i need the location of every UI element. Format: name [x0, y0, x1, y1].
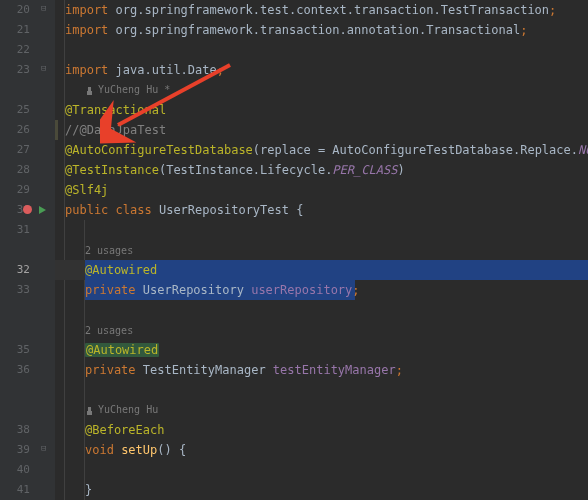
- code-line[interactable]: private TestEntityManager testEntityMana…: [55, 360, 588, 380]
- line-number[interactable]: 28: [0, 160, 30, 180]
- line-number[interactable]: 38: [0, 420, 30, 440]
- code-line[interactable]: }: [55, 480, 588, 500]
- line-number[interactable]: 29: [0, 180, 30, 200]
- line-number[interactable]: 33: [0, 280, 30, 300]
- code-line[interactable]: [55, 300, 588, 320]
- line-number[interactable]: 25: [0, 100, 30, 120]
- code-area[interactable]: import org.springframework.test.context.…: [55, 0, 588, 500]
- code-line[interactable]: [55, 220, 588, 240]
- line-number[interactable]: 21: [0, 20, 30, 40]
- code-line[interactable]: public class UserRepositoryTest {: [55, 200, 588, 220]
- line-number[interactable]: 36: [0, 360, 30, 380]
- code-line[interactable]: @Transactional: [55, 100, 588, 120]
- line-number[interactable]: 35: [0, 340, 30, 360]
- code-line[interactable]: @AutoConfigureTestDatabase(replace = Aut…: [55, 140, 588, 160]
- gutter-icons: ⊟ ⊟ ⊟: [37, 0, 55, 500]
- line-number[interactable]: 41: [0, 480, 30, 500]
- line-number[interactable]: 40: [0, 460, 30, 480]
- code-line-selected[interactable]: private UserRepository userRepository;: [55, 280, 588, 300]
- code-line[interactable]: [55, 380, 588, 400]
- breakpoint-icon[interactable]: [23, 205, 32, 214]
- line-number[interactable]: 27: [0, 140, 30, 160]
- code-line-selected[interactable]: @Autowired: [55, 260, 588, 280]
- line-number: [0, 240, 30, 260]
- line-number: [0, 80, 30, 100]
- line-number[interactable]: 31: [0, 220, 30, 240]
- line-number[interactable]: 26: [0, 120, 30, 140]
- line-number: [0, 400, 30, 420]
- fold-expanded-icon[interactable]: ⊟: [41, 443, 46, 453]
- code-line[interactable]: void setUp() {: [55, 440, 588, 460]
- usages-hint[interactable]: 2 usages: [55, 240, 588, 260]
- code-line[interactable]: @BeforeEach: [55, 420, 588, 440]
- line-number-gutter[interactable]: 20 21 22 23 25 26 27 28 29 30 31 32 33 3…: [0, 0, 37, 500]
- line-number[interactable]: 23: [0, 60, 30, 80]
- code-line[interactable]: @Slf4j: [55, 180, 588, 200]
- fold-expanded-icon[interactable]: ⊟: [41, 3, 46, 13]
- code-line[interactable]: //@DataJpaTest: [55, 120, 588, 140]
- line-number-current[interactable]: 32: [0, 260, 30, 280]
- person-icon: [85, 406, 94, 415]
- line-number: [0, 320, 30, 340]
- author-hint[interactable]: YuCheng Hu: [55, 400, 588, 420]
- usages-hint[interactable]: 2 usages: [55, 320, 588, 340]
- code-editor[interactable]: 20 21 22 23 25 26 27 28 29 30 31 32 33 3…: [0, 0, 588, 500]
- line-number: [0, 380, 30, 400]
- person-icon: [85, 86, 94, 95]
- author-hint[interactable]: YuCheng Hu *: [55, 80, 588, 100]
- code-line[interactable]: import org.springframework.test.context.…: [55, 0, 588, 20]
- code-line[interactable]: @Autowired: [55, 340, 588, 360]
- code-line[interactable]: [55, 460, 588, 480]
- code-line[interactable]: import java.util.Date;: [55, 60, 588, 80]
- fold-expanded-icon[interactable]: ⊟: [41, 63, 46, 73]
- run-test-icon[interactable]: [39, 206, 46, 214]
- line-number: [0, 300, 30, 320]
- code-line[interactable]: @TestInstance(TestInstance.Lifecycle.PER…: [55, 160, 588, 180]
- line-number[interactable]: 39: [0, 440, 30, 460]
- line-number[interactable]: 20: [0, 0, 30, 20]
- code-line[interactable]: [55, 40, 588, 60]
- code-line[interactable]: import org.springframework.transaction.a…: [55, 20, 588, 40]
- line-number[interactable]: 22: [0, 40, 30, 60]
